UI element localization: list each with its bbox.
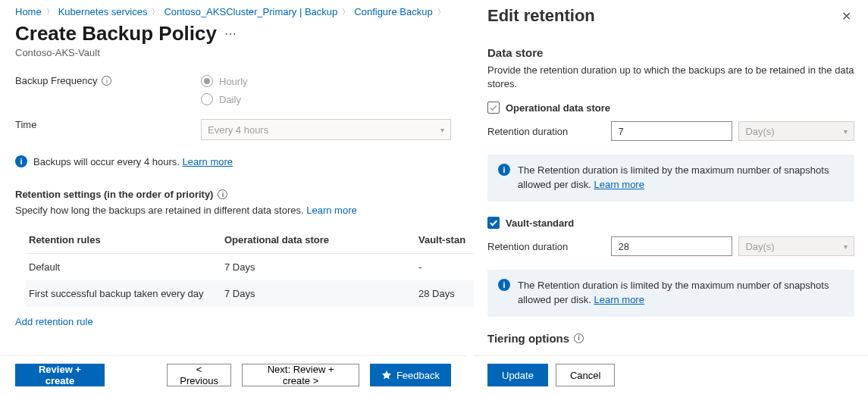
ods-retention-callout: i The Retention duration is limited by t…: [487, 155, 854, 202]
frequency-learn-more-link[interactable]: Learn more: [183, 156, 233, 167]
breadcrumb-home[interactable]: Home: [15, 6, 42, 17]
info-icon: i: [15, 155, 27, 167]
cell-ods: 7 Days: [221, 254, 415, 280]
frequency-daily-radio[interactable]: Daily: [201, 93, 248, 105]
info-icon[interactable]: i: [102, 76, 111, 86]
chevron-down-icon: ▾: [440, 126, 444, 134]
cell-rule: First successful backup taken every day: [26, 280, 221, 307]
info-icon[interactable]: i: [218, 189, 227, 199]
data-store-heading: Data store: [487, 46, 854, 59]
vault-retention-input[interactable]: [611, 236, 732, 256]
feedback-label: Feedback: [396, 370, 440, 381]
add-retention-rule-link[interactable]: Add retention rule: [15, 316, 93, 327]
cancel-button[interactable]: Cancel: [556, 364, 615, 386]
more-actions-button[interactable]: ⋯: [224, 27, 238, 41]
retention-learn-more-link[interactable]: Learn more: [306, 205, 356, 216]
retention-settings-desc: Specify how long the backups are retaine…: [15, 205, 304, 216]
chevron-right-icon: 〉: [342, 7, 349, 17]
frequency-daily-label: Daily: [219, 94, 241, 105]
vault-unit-value: Day(s): [745, 241, 774, 252]
ods-retention-label: Retention duration: [487, 126, 605, 137]
chevron-right-icon: 〉: [46, 7, 54, 17]
vault-unit-select[interactable]: Day(s) ▾: [738, 236, 854, 256]
ods-unit-select[interactable]: Day(s) ▾: [738, 121, 854, 141]
col-retention-rules: Retention rules: [26, 227, 221, 253]
cell-ods: 7 Days: [221, 280, 415, 307]
retention-settings-heading: Retention settings (in the order of prio…: [15, 189, 213, 200]
previous-button[interactable]: < Previous: [167, 364, 231, 386]
breadcrumb-cluster-backup[interactable]: Contoso_AKSCluster_Primary | Backup: [164, 6, 337, 17]
operational-data-store-checkbox[interactable]: [487, 102, 500, 114]
callout-text: The Retention duration is limited by the…: [518, 164, 829, 190]
info-icon: i: [498, 164, 510, 176]
time-select[interactable]: Every 4 hours ▾: [201, 119, 451, 140]
edit-retention-panel: Edit retention ✕ Data store Provide the …: [474, 0, 868, 394]
chevron-right-icon: 〉: [437, 7, 445, 17]
info-icon[interactable]: i: [574, 333, 584, 343]
panel-title: Edit retention: [487, 6, 595, 26]
ods-retention-input[interactable]: [611, 121, 732, 141]
vault-standard-checkbox[interactable]: [487, 217, 500, 229]
chevron-down-icon: ▾: [844, 127, 848, 136]
vault-retention-callout: i The Retention duration is limited by t…: [487, 270, 854, 317]
tiering-options-heading: Tiering options: [487, 332, 569, 345]
callout-text: The Retention duration is limited by the…: [518, 280, 829, 305]
info-icon: i: [498, 279, 510, 291]
wizard-footer: Review + create < Previous Next: Review …: [0, 355, 466, 394]
check-icon: [490, 105, 497, 111]
operational-data-store-label: Operational data store: [506, 102, 610, 114]
frequency-info-text: Backups will occur every 4 hours.: [33, 156, 180, 167]
panel-footer: Update Cancel: [474, 355, 868, 394]
breadcrumb-configure-backup[interactable]: Configure Backup: [354, 6, 432, 17]
vault-retention-label: Retention duration: [487, 241, 605, 252]
callout-learn-more-link[interactable]: Learn more: [594, 294, 644, 305]
review-create-button[interactable]: Review + create: [15, 364, 105, 386]
page-title: Create Backup Policy: [15, 22, 217, 45]
chevron-right-icon: 〉: [152, 7, 159, 17]
breadcrumb-kubernetes-services[interactable]: Kubernetes services: [58, 6, 148, 17]
next-button[interactable]: Next: Review + create >: [242, 364, 359, 386]
callout-learn-more-link[interactable]: Learn more: [594, 179, 644, 190]
vault-standard-label: Vault-standard: [506, 217, 574, 229]
update-button[interactable]: Update: [487, 364, 548, 386]
close-icon[interactable]: ✕: [838, 6, 854, 27]
frequency-hourly-label: Hourly: [219, 76, 248, 87]
data-store-desc: Provide the retention duration up to whi…: [487, 64, 854, 91]
ods-unit-value: Day(s): [745, 126, 774, 137]
person-feedback-icon: [381, 370, 392, 380]
frequency-hourly-radio[interactable]: Hourly: [201, 75, 248, 87]
time-select-value: Every 4 hours: [208, 124, 268, 136]
col-operational-data-store: Operational data store: [221, 227, 415, 253]
backup-frequency-label: Backup Frequency: [15, 75, 97, 86]
feedback-button[interactable]: Feedback: [370, 364, 451, 386]
cell-rule: Default: [26, 254, 221, 280]
chevron-down-icon: ▾: [844, 242, 848, 251]
time-label: Time: [15, 119, 36, 130]
